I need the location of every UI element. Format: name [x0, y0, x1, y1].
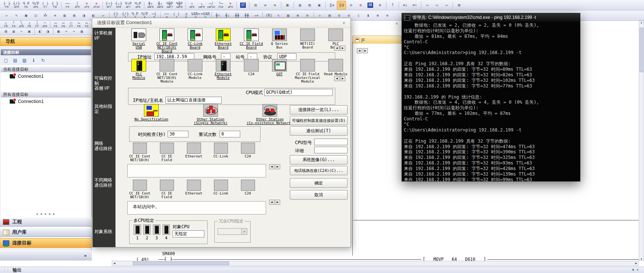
toolbar-button[interactable]: ──F9	[63, 1, 72, 10]
toolbar-button[interactable]: ⊕	[375, 1, 385, 10]
toolbar-button[interactable]: ▦	[21, 11, 31, 20]
ok-button[interactable]: 确定	[290, 178, 348, 188]
cpu-mode-field[interactable]: QCPU(Q模式)	[264, 89, 333, 96]
route-option[interactable]: CC IE Cont NET/10(H)	[126, 180, 153, 199]
route-option[interactable]: C24	[234, 143, 261, 162]
toolbar-button[interactable]: ▦	[55, 28, 62, 35]
toolbar-button[interactable]: Ч↑РaF7	[124, 1, 133, 10]
toolbar-button[interactable]: ▤	[251, 1, 260, 10]
toolbar-button[interactable]	[103, 1, 103, 9]
scroll-left-icon[interactable]: ◀	[334, 76, 339, 81]
tab-scroll-left-icon[interactable]: ◀	[357, 48, 362, 53]
toolbar-button[interactable]	[294, 1, 294, 9]
toolbar-button[interactable]: ▥	[10, 28, 17, 35]
cpu-option[interactable]: 4	[161, 224, 171, 240]
interface-option[interactable]: CC-Link Board	[181, 29, 209, 53]
plc-direct-connection-button[interactable]: 可编程控制器直接连接设置(D)	[290, 116, 348, 125]
toolbar-button[interactable]: ?	[388, 1, 397, 10]
interface-option[interactable]: CC IE Field Master/Local Module	[294, 59, 322, 83]
interface-option[interactable]: PLC Module	[125, 59, 153, 83]
toolbar-button[interactable]: ✎	[12, 11, 21, 20]
toolbar-button[interactable]: Ч╫РsaF7	[165, 1, 174, 10]
toolbar-button[interactable]	[185, 1, 186, 9]
toolbar-button[interactable]: ◫	[31, 11, 40, 20]
scroll-right-icon[interactable]: ▶	[340, 46, 345, 51]
toolbar-button[interactable]: ‖⇉	[327, 1, 336, 10]
toolbar-button[interactable]: ⊙	[346, 1, 356, 10]
scroll-left-icon[interactable]: ◀	[269, 164, 274, 169]
toolbar-button[interactable]: ▨	[78, 28, 85, 35]
toolbar-button[interactable]: ○F7	[67, 21, 75, 28]
toolbar-button[interactable]: ▥	[60, 11, 69, 20]
horizontal-scrollbar[interactable]: ◀ ▶	[112, 261, 639, 266]
scrollbar-thumb[interactable]	[640, 28, 643, 72]
interface-option[interactable]: Q Series Bus	[265, 29, 294, 53]
interface-option[interactable]: Serial USB	[125, 29, 153, 53]
toolbar-button[interactable]: ┘F6	[10, 21, 17, 28]
interface-option[interactable]: GOT	[265, 59, 294, 83]
interface-option[interactable]: CC IE Cont NET/10(H) Board	[153, 29, 181, 53]
interface-option[interactable]: NET(II) Board	[294, 29, 322, 53]
toolbar-button[interactable]: ┤↑├sF7	[104, 1, 114, 10]
connection-item-all[interactable]: Connection1	[1, 98, 91, 105]
interface-option[interactable]: CC IE Field Board	[237, 29, 265, 53]
toolbar-button[interactable]: ─/caF10	[207, 1, 216, 10]
toolbar-button[interactable]: ▭	[442, 1, 451, 10]
interface-option[interactable]: CC IE Cont NET/10(H) Module	[153, 59, 181, 83]
toolbar-button[interactable]: ▤	[455, 1, 464, 10]
connection-path-list-button[interactable]: 连接路径一览(L)...	[290, 105, 348, 114]
toolbar-button[interactable]: ▤	[70, 11, 79, 20]
scroll-left-icon[interactable]: ◀	[334, 46, 339, 51]
route-option[interactable]: CC IE Field	[153, 180, 180, 199]
toolbar-button[interactable]: ⊕	[373, 11, 382, 20]
cpu-option[interactable]: 1	[133, 224, 142, 240]
toolbar-button[interactable]: ⊖	[383, 11, 392, 20]
toolbar-button[interactable]: ┐F5	[2, 21, 10, 28]
other-station-option[interactable]: Other Station (Single Network)	[181, 104, 240, 125]
toolbar-button[interactable]: ↷	[70, 28, 78, 35]
scroll-down-icon[interactable]: ▼	[639, 258, 644, 260]
tabstrip-close-icon[interactable]: ×	[394, 21, 400, 27]
toolbar-button[interactable]	[281, 1, 281, 9]
host-name-field[interactable]: 以太网端口直接连接	[165, 97, 222, 104]
toolbar-button[interactable]	[237, 1, 237, 9]
toolbar-button[interactable]	[421, 1, 421, 9]
interface-option[interactable]: CC-Link Module	[181, 59, 209, 83]
sidebar-tab-project[interactable]: 工程	[0, 217, 92, 227]
toolbar-button[interactable]: ▭	[432, 1, 442, 10]
scroll-left-icon[interactable]: ◀	[112, 262, 117, 265]
pane-splitter-grip[interactable]: ■ ■ ■ ■ ■	[0, 212, 92, 215]
cpu-option[interactable]: 3	[152, 224, 161, 240]
route-option[interactable]: C24	[234, 180, 261, 199]
route-option[interactable]: CC IE Cont NET/10(H)	[126, 143, 153, 162]
toolbar-button[interactable]: ▣	[26, 28, 33, 35]
toolbar-button[interactable]: ╫↓saF6	[155, 1, 165, 10]
toolbar-button[interactable]: ( )F7	[41, 1, 50, 10]
toolbar-button[interactable]: ×aF9	[226, 1, 235, 10]
panel-tool-icon[interactable]: ▢	[2, 57, 10, 63]
toolbar-button[interactable]: Ч РF6	[21, 1, 31, 10]
toolbar-button[interactable]: Ч↓РaF8	[133, 1, 142, 10]
toolbar-button[interactable]: ▭F9	[83, 21, 90, 28]
toolbar-button[interactable]: ▥	[295, 1, 305, 10]
toolbar-button[interactable]: ▭F6	[60, 21, 67, 28]
panel-tool-icon[interactable]: ↻	[39, 57, 47, 63]
interface-option[interactable]: C24	[237, 59, 265, 83]
time-check-field[interactable]: 30	[168, 131, 188, 137]
toolbar-button[interactable]: ≡	[50, 11, 60, 20]
toolbar-button[interactable]: ▤	[2, 28, 10, 35]
toolbar-button[interactable]: ▯	[354, 11, 363, 20]
toolbar-button[interactable]: ┤ ├F5	[2, 1, 11, 10]
dialog-close-icon[interactable]: ×	[341, 20, 347, 26]
detail-field[interactable]	[314, 147, 348, 153]
output-collapse-icon[interactable]: ▾	[632, 267, 634, 272]
sidebar-more-chevron[interactable]: »	[0, 250, 92, 260]
toolbar-button[interactable]: ×cF10	[92, 1, 101, 10]
phone-line-connection-button[interactable]: 电话线路连接(C24)(C)...	[290, 166, 348, 175]
route-option[interactable]: CC IE Field	[153, 143, 180, 162]
toolbar-button[interactable]: ⁂	[41, 11, 50, 20]
interface-option[interactable]: Ethernet Module	[209, 59, 237, 83]
toolbar-button[interactable]: ↑aF5	[187, 1, 197, 10]
cmd-titlebar[interactable]: C:\ 管理员: C:\Windows\system32\cmd.exe - p…	[402, 13, 580, 22]
toolbar-button[interactable]	[53, 28, 53, 35]
